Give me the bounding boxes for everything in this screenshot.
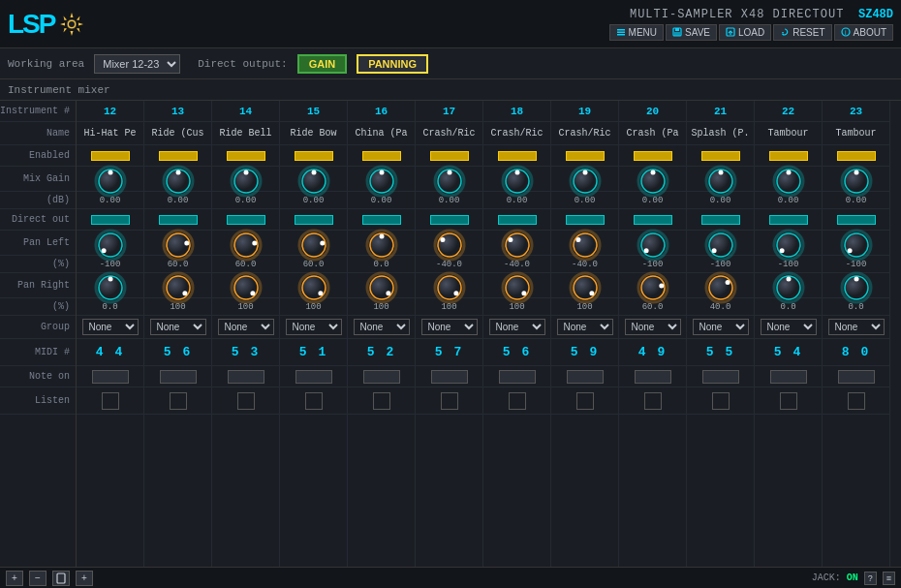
- cell-pan-right-knob-15[interactable]: [280, 273, 347, 298]
- listen-checkbox[interactable]: [509, 392, 526, 410]
- gain-button[interactable]: GAIN: [297, 54, 348, 74]
- direct-out-led[interactable]: [837, 215, 876, 225]
- add-button[interactable]: +: [6, 571, 23, 586]
- note-on-btn[interactable]: [838, 370, 875, 384]
- listen-checkbox[interactable]: [170, 392, 187, 410]
- enabled-led[interactable]: [227, 151, 265, 161]
- cell-group-16[interactable]: None: [348, 316, 415, 339]
- cell-note-on-19[interactable]: [551, 366, 618, 387]
- cell-pan-right-knob-23[interactable]: [823, 273, 889, 298]
- cell-group-18[interactable]: None: [483, 316, 550, 339]
- cell-pan-right-knob-13[interactable]: [144, 273, 211, 298]
- cell-group-13[interactable]: None: [144, 316, 211, 339]
- cell-listen-23[interactable]: [823, 387, 889, 415]
- cell-listen-17[interactable]: [416, 387, 482, 415]
- note-on-btn[interactable]: [499, 370, 536, 384]
- listen-checkbox[interactable]: [848, 392, 865, 410]
- group-select[interactable]: None: [421, 319, 478, 335]
- cell-pan-left-knob-17[interactable]: [416, 231, 482, 256]
- add2-button[interactable]: +: [76, 571, 93, 586]
- cell-pan-right-knob-16[interactable]: [348, 273, 415, 298]
- cell-note-on-15[interactable]: [280, 366, 347, 387]
- group-select[interactable]: None: [828, 319, 885, 335]
- cell-listen-20[interactable]: [619, 387, 686, 415]
- save-button[interactable]: SAVE: [666, 24, 717, 41]
- enabled-led[interactable]: [837, 151, 876, 161]
- cell-listen-22[interactable]: [755, 387, 822, 415]
- cell-pan-left-knob-22[interactable]: [755, 231, 822, 256]
- direct-out-led[interactable]: [566, 215, 605, 225]
- listen-checkbox[interactable]: [305, 392, 323, 410]
- log-button[interactable]: ≡: [883, 572, 895, 585]
- cell-pan-left-knob-15[interactable]: [280, 231, 347, 256]
- enabled-led[interactable]: [430, 151, 469, 161]
- group-select[interactable]: None: [286, 319, 342, 335]
- direct-out-led[interactable]: [430, 215, 469, 225]
- cell-pan-left-knob-12[interactable]: [77, 231, 143, 256]
- cell-pan-right-knob-21[interactable]: [687, 273, 754, 298]
- cell-pan-right-knob-18[interactable]: [483, 273, 550, 298]
- cell-note-on-21[interactable]: [687, 366, 754, 387]
- about-button[interactable]: i ABOUT: [834, 24, 893, 41]
- cell-gain-knob-16[interactable]: [348, 167, 415, 192]
- direct-out-led[interactable]: [634, 215, 672, 225]
- listen-checkbox[interactable]: [576, 392, 594, 410]
- note-on-btn[interactable]: [635, 370, 671, 384]
- cell-gain-knob-17[interactable]: [416, 167, 482, 192]
- load-button[interactable]: LOAD: [719, 24, 771, 41]
- cell-gain-knob-15[interactable]: [280, 167, 347, 192]
- group-select[interactable]: None: [82, 319, 139, 335]
- enabled-led[interactable]: [566, 151, 605, 161]
- cell-gain-knob-18[interactable]: [483, 167, 550, 192]
- cell-listen-18[interactable]: [483, 387, 550, 415]
- direct-out-led[interactable]: [159, 215, 198, 225]
- group-select[interactable]: None: [693, 319, 749, 335]
- cell-group-21[interactable]: None: [687, 316, 754, 339]
- cell-note-on-22[interactable]: [755, 366, 822, 387]
- cell-group-17[interactable]: None: [416, 316, 482, 339]
- direct-out-led[interactable]: [498, 215, 537, 225]
- cell-pan-left-knob-23[interactable]: [823, 231, 889, 256]
- cell-gain-knob-13[interactable]: [144, 167, 211, 192]
- listen-checkbox[interactable]: [441, 392, 458, 410]
- remove-button[interactable]: −: [29, 571, 47, 586]
- cell-pan-right-knob-17[interactable]: [416, 273, 482, 298]
- cell-note-on-23[interactable]: [823, 366, 889, 387]
- cell-pan-left-knob-13[interactable]: [144, 231, 211, 256]
- mixer-select[interactable]: Mixer 12-23: [94, 54, 180, 74]
- note-on-btn[interactable]: [567, 370, 604, 384]
- panning-button[interactable]: PANNING: [357, 54, 428, 74]
- cell-note-on-16[interactable]: [348, 366, 415, 387]
- group-select[interactable]: None: [218, 319, 274, 335]
- cell-pan-right-knob-14[interactable]: [212, 273, 279, 298]
- cell-note-on-12[interactable]: [77, 366, 143, 387]
- cell-group-23[interactable]: None: [823, 316, 889, 339]
- listen-checkbox[interactable]: [237, 392, 255, 410]
- cell-group-15[interactable]: None: [280, 316, 347, 339]
- cell-gain-knob-23[interactable]: [823, 167, 889, 192]
- note-on-btn[interactable]: [228, 370, 264, 384]
- listen-checkbox[interactable]: [780, 392, 797, 410]
- cell-pan-right-knob-22[interactable]: [755, 273, 822, 298]
- cell-pan-left-knob-18[interactable]: [483, 231, 550, 256]
- note-on-btn[interactable]: [295, 370, 332, 384]
- cell-listen-21[interactable]: [687, 387, 754, 415]
- group-select[interactable]: None: [557, 319, 613, 335]
- cell-pan-left-knob-14[interactable]: [212, 231, 279, 256]
- help-button[interactable]: ?: [864, 572, 877, 585]
- group-select[interactable]: None: [625, 319, 681, 335]
- direct-out-led[interactable]: [769, 215, 808, 225]
- reset-button[interactable]: RESET: [773, 24, 831, 41]
- cell-group-20[interactable]: None: [619, 316, 686, 339]
- cell-pan-left-knob-19[interactable]: [551, 231, 618, 256]
- cell-listen-14[interactable]: [212, 387, 279, 415]
- cell-pan-left-knob-21[interactable]: [687, 231, 754, 256]
- cell-note-on-13[interactable]: [144, 366, 211, 387]
- cell-note-on-14[interactable]: [212, 366, 279, 387]
- group-select[interactable]: None: [489, 319, 545, 335]
- cell-pan-left-knob-16[interactable]: [348, 231, 415, 256]
- note-on-btn[interactable]: [770, 370, 807, 384]
- cell-gain-knob-22[interactable]: [755, 167, 822, 192]
- cell-listen-15[interactable]: [280, 387, 347, 415]
- cell-listen-16[interactable]: [348, 387, 415, 415]
